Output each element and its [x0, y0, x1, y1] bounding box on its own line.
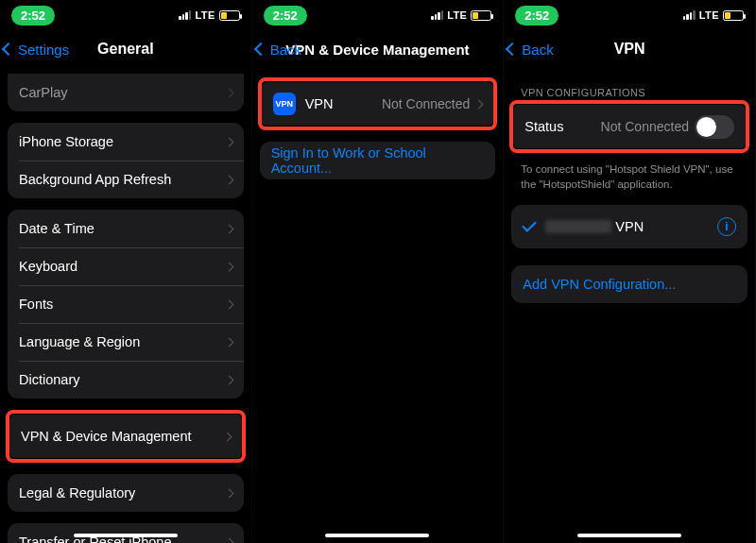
nav-bar: Settings General — [0, 30, 251, 68]
chevron-right-icon — [224, 537, 233, 543]
row-vpn-config-item[interactable]: VPN i — [511, 205, 747, 248]
battery-icon — [219, 10, 240, 21]
row-add-vpn-config[interactable]: Add VPN Configuration... — [511, 265, 747, 303]
status-bar: 2:52 LTE — [252, 0, 504, 30]
page-title: General — [97, 41, 154, 58]
row-label: Legal & Regulatory — [19, 485, 135, 501]
redacted-text — [545, 220, 611, 233]
signal-bars-icon — [179, 10, 191, 20]
row-label: VPN & Device Management — [21, 429, 192, 444]
signal-bars-icon — [683, 10, 696, 20]
status-bar: 2:52 LTE — [0, 0, 251, 30]
chevron-right-icon — [224, 299, 233, 309]
status-label: Status — [524, 119, 563, 134]
vpn-status-toggle[interactable] — [695, 115, 734, 139]
battery-icon — [723, 10, 744, 21]
row-label: Background App Refresh — [19, 172, 171, 187]
status-bar: 2:52 LTE — [504, 0, 755, 30]
back-label: Back — [522, 42, 553, 58]
network-label: LTE — [699, 9, 719, 21]
signal-bars-icon — [431, 10, 443, 20]
chevron-left-icon — [2, 42, 15, 56]
row-label: Date & Time — [19, 221, 94, 236]
row-label: Language & Region — [19, 334, 140, 349]
row-label: Sign In to Work or School Account... — [271, 145, 485, 176]
back-button[interactable]: Back — [256, 30, 301, 68]
nav-bar: Back VPN — [504, 30, 755, 68]
row-sign-in-work-school[interactable]: Sign In to Work or School Account... — [260, 142, 496, 179]
vpn-status-value: Not Connected — [382, 96, 470, 111]
vpn-app-icon: VPN — [273, 93, 296, 115]
time-pill[interactable]: 2:52 — [515, 6, 558, 25]
row-vpn-status: Status Not Connected — [513, 105, 746, 148]
network-label: LTE — [195, 9, 215, 21]
row-keyboard[interactable]: Keyboard — [8, 247, 244, 285]
status-value: Not Connected — [601, 119, 689, 134]
config-name: VPN — [545, 219, 644, 234]
row-vpn[interactable]: VPN VPN Not Connected — [262, 82, 494, 126]
back-button[interactable]: Settings — [4, 30, 69, 68]
page-title: VPN — [614, 41, 645, 58]
row-background-app-refresh[interactable]: Background App Refresh — [8, 161, 244, 198]
chevron-right-icon — [224, 375, 233, 384]
row-iphone-storage[interactable]: iPhone Storage — [8, 123, 244, 161]
row-label: VPN — [305, 96, 334, 111]
row-dictionary[interactable]: Dictionary — [8, 361, 244, 399]
chevron-right-icon — [224, 224, 233, 233]
battery-icon — [471, 10, 491, 21]
row-label: Dictionary — [19, 372, 79, 387]
row-language-region[interactable]: Language & Region — [8, 323, 244, 361]
time-pill[interactable]: 2:52 — [11, 6, 55, 25]
content: VPN CONFIGURATIONS Status Not Connected … — [504, 68, 755, 543]
back-label: Back — [270, 42, 301, 58]
highlight-vpn-row: VPN VPN Not Connected — [258, 77, 498, 130]
section-header-vpn-configs: VPN CONFIGURATIONS — [504, 87, 755, 98]
chevron-left-icon — [254, 42, 267, 56]
content: VPN VPN Not Connected Sign In to Work or… — [252, 68, 504, 543]
back-button[interactable]: Back — [507, 30, 553, 68]
row-date-time[interactable]: Date & Time — [8, 210, 244, 247]
screen-vpn: 2:52 LTE Back VPN VPN CONFIGURATIONS Sta… — [504, 0, 756, 543]
screen-vpn-device-management: 2:52 LTE Back VPN & Device Management VP… — [252, 0, 505, 543]
chevron-right-icon — [224, 262, 233, 271]
row-fonts[interactable]: Fonts — [8, 285, 244, 323]
row-label: iPhone Storage — [19, 134, 113, 149]
home-indicator[interactable] — [325, 534, 429, 538]
checkmark-icon — [523, 217, 538, 232]
time-pill[interactable]: 2:52 — [264, 6, 307, 25]
back-label: Settings — [18, 42, 69, 58]
highlight-status-row: Status Not Connected — [509, 100, 749, 153]
row-legal-regulatory[interactable]: Legal & Regulatory — [8, 474, 244, 512]
network-label: LTE — [447, 9, 467, 21]
row-label: Add VPN Configuration... — [523, 277, 676, 292]
nav-bar: Back VPN & Device Management — [252, 30, 504, 68]
chevron-right-icon — [224, 337, 233, 347]
row-label: CarPlay — [19, 85, 68, 100]
chevron-right-icon — [474, 99, 484, 109]
screen-general: 2:52 LTE Settings General CarPlay iPhone… — [0, 0, 252, 543]
content: CarPlay iPhone Storage Background App Re… — [0, 59, 251, 543]
chevron-right-icon — [224, 488, 233, 498]
chevron-right-icon — [222, 432, 232, 441]
chevron-right-icon — [224, 175, 233, 184]
chevron-right-icon — [224, 137, 233, 146]
info-icon[interactable]: i — [717, 217, 736, 236]
home-indicator[interactable] — [74, 534, 178, 538]
chevron-left-icon — [506, 42, 519, 56]
highlight-vpn-device-management: VPN & Device Management — [6, 410, 246, 463]
home-indicator[interactable] — [577, 534, 681, 538]
row-vpn-device-management[interactable]: VPN & Device Management — [9, 415, 242, 458]
hint-text: To connect using "Hotspot Shield VPN", u… — [504, 159, 755, 195]
row-carplay[interactable]: CarPlay — [8, 74, 244, 111]
chevron-right-icon — [224, 88, 233, 97]
row-label: Keyboard — [19, 259, 77, 274]
page-title: VPN & Device Management — [285, 42, 469, 58]
row-label: Fonts — [19, 297, 53, 312]
